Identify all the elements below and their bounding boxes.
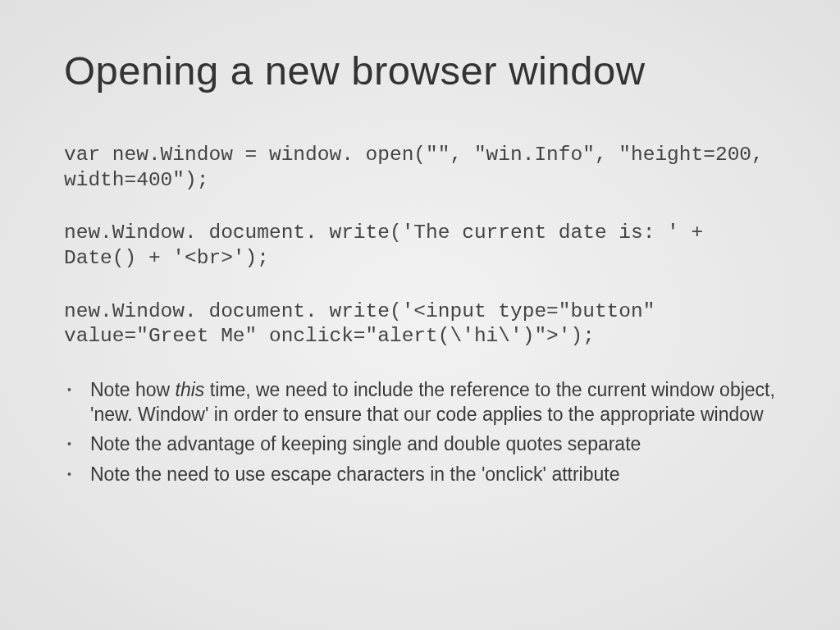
list-item: Note the need to use escape characters i… — [85, 462, 776, 486]
list-item: Note the advantage of keeping single and… — [85, 431, 776, 456]
slide-container: Opening a new browser window var new.Win… — [0, 0, 840, 630]
bullet-text-em: this — [176, 379, 205, 400]
code-block-1: var new.Window = window. open("", "win.I… — [64, 143, 776, 193]
notes-list: Note how this time, we need to include t… — [64, 377, 776, 486]
code-block-3: new.Window. document. write('<input type… — [64, 299, 776, 349]
bullet-text-pre: Note how — [90, 379, 176, 400]
code-block-2: new.Window. document. write('The current… — [64, 221, 776, 271]
list-item: Note how this time, we need to include t… — [85, 377, 776, 427]
slide-title: Opening a new browser window — [64, 48, 776, 94]
